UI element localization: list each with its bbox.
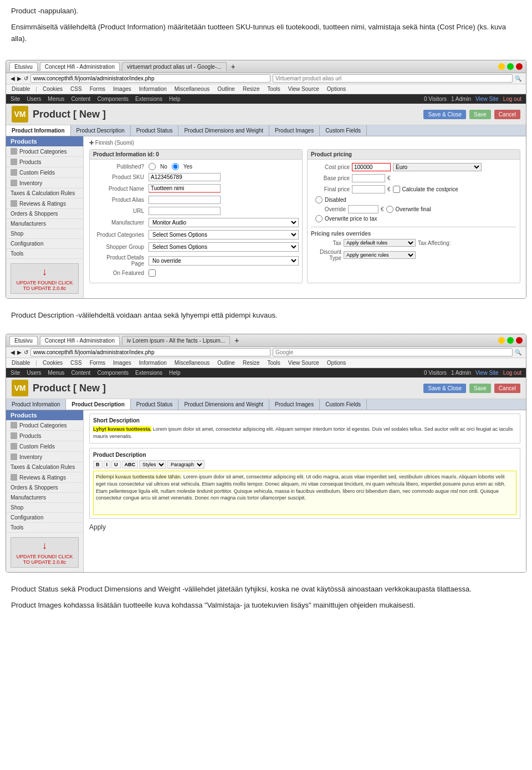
save-close-button-1[interactable]: Save & Close — [423, 110, 466, 119]
nav-menus-2[interactable]: Menus — [48, 370, 64, 376]
tab-product-status-2[interactable]: Product Status — [131, 399, 179, 410]
tab-product-dimensions-2[interactable]: Product Dimensions and Weight — [178, 399, 269, 410]
tab-custom-fields-1[interactable]: Custom Fields — [320, 125, 367, 136]
toolbar-css-2[interactable]: CSS — [68, 359, 84, 366]
nav-content-2[interactable]: Content — [71, 370, 90, 376]
maximize-button-2[interactable] — [507, 337, 514, 344]
browser-tab-admin[interactable]: Concept Hifi - Administration — [40, 62, 120, 71]
reload-button-2[interactable]: ↺ — [24, 349, 28, 355]
sidebar-item-manufacturers-1[interactable]: Manufacturers — [6, 219, 83, 229]
update-notice-1[interactable]: ↓ UPDATE FOUND! CLICK TO UPDATE 2.0.8c — [11, 263, 79, 294]
editor-italic[interactable]: I — [104, 461, 111, 468]
sidebar-item-manufacturers-2[interactable]: Manufacturers — [6, 493, 83, 503]
browser-tab-etusivu[interactable]: Etusivu — [9, 62, 38, 71]
toolbar-resize-2[interactable]: Resize — [241, 359, 262, 366]
tab-custom-fields-2[interactable]: Custom Fields — [320, 399, 367, 410]
sidebar-item-tools-2[interactable]: Tools — [6, 523, 83, 533]
editor-styles-select[interactable]: Styles — [139, 460, 166, 469]
toolbar-images-2[interactable]: Images — [111, 359, 134, 366]
editor-paragraph-select[interactable]: Paragraph — [167, 460, 204, 469]
alias-input[interactable] — [149, 196, 221, 204]
browser-tab-admin-2[interactable]: Concept Hifi - Administration — [40, 336, 120, 345]
close-button[interactable] — [516, 63, 523, 70]
sidebar-item-custom-fields-1[interactable]: Custom Fields — [6, 167, 83, 178]
toolbar-disable-2[interactable]: Disable — [9, 359, 32, 366]
nav-site-2[interactable]: Site — [11, 370, 20, 376]
sidebar-item-configuration-1[interactable]: Configuration — [6, 239, 83, 249]
nav-content[interactable]: Content — [71, 96, 90, 102]
nav-users[interactable]: Users — [27, 96, 41, 102]
back-button-2[interactable]: ◀ — [11, 349, 15, 355]
disabled-radio[interactable] — [315, 196, 323, 203]
tax-select[interactable]: Apply default rules — [344, 239, 416, 247]
cost-price-input[interactable] — [352, 163, 391, 171]
new-tab-button[interactable]: + — [231, 62, 236, 71]
editor-underline[interactable]: U — [111, 461, 121, 468]
address-bar-2[interactable] — [30, 348, 270, 356]
maximize-button[interactable] — [507, 63, 514, 70]
toolbar-cookies[interactable]: Cookies — [40, 85, 65, 93]
new-tab-button-2[interactable]: + — [234, 336, 239, 345]
toolbar-information[interactable]: Information — [137, 85, 169, 93]
toolbar-disable[interactable]: Disable — [9, 85, 32, 93]
sidebar-item-inventory-2[interactable]: Inventory — [6, 452, 83, 462]
sidebar-item-custom-fields-2[interactable]: Custom Fields — [6, 441, 83, 452]
tab-product-description-1[interactable]: Product Description — [71, 125, 131, 136]
sidebar-item-orders-shoppers-2[interactable]: Orders & Shoppers — [6, 483, 83, 493]
sidebar-item-shop-2[interactable]: Shop — [6, 503, 83, 513]
nav-components-2[interactable]: Components — [97, 370, 129, 376]
sidebar-item-product-categories-2[interactable]: Product Categories — [6, 420, 83, 431]
view-site-link-2[interactable]: View Site — [475, 370, 499, 376]
apply-text[interactable]: Apply — [89, 523, 106, 531]
minimize-button[interactable] — [498, 63, 505, 70]
sidebar-item-inventory-1[interactable]: Inventory — [6, 178, 83, 188]
tab-product-dimensions-1[interactable]: Product Dimensions and Weight — [178, 125, 269, 136]
toolbar-tools[interactable]: Tools — [265, 85, 282, 93]
override-input[interactable] — [348, 205, 378, 213]
published-no-radio[interactable] — [149, 163, 156, 170]
save-close-button-2[interactable]: Save & Close — [423, 384, 466, 393]
sidebar-item-taxes-2[interactable]: Taxes & Calculation Rules — [6, 462, 83, 472]
tab-product-information-1[interactable]: Product Information — [6, 125, 71, 136]
update-notice-2[interactable]: ↓ UPDATE FOUND! CLICK TO UPDATE 2.0.8c — [11, 537, 79, 568]
base-price-input[interactable] — [352, 174, 385, 182]
nav-help-2[interactable]: Help — [169, 370, 181, 376]
cancel-button-2[interactable]: Cancel — [494, 384, 520, 393]
toolbar-images[interactable]: Images — [111, 85, 134, 93]
browser-tab-google[interactable]: virtuemart product alias url - Google-..… — [122, 62, 227, 71]
tab-product-images-2[interactable]: Product Images — [269, 399, 320, 410]
url-input[interactable] — [149, 207, 221, 215]
logout-link[interactable]: Log out — [503, 96, 521, 102]
sidebar-item-reviews-2[interactable]: Reviews & Ratings — [6, 472, 83, 483]
sidebar-item-taxes-1[interactable]: Taxes & Calculation Rules — [6, 188, 83, 198]
toolbar-viewsource-2[interactable]: View Source — [286, 359, 321, 366]
close-button-2[interactable] — [516, 337, 523, 344]
toolbar-information-2[interactable]: Information — [137, 359, 169, 366]
nav-extensions[interactable]: Extensions — [135, 96, 162, 102]
overwrite-final-radio[interactable] — [386, 206, 393, 213]
sidebar-item-products-2[interactable]: Products — [6, 431, 83, 441]
nav-users-2[interactable]: Users — [27, 370, 41, 376]
nav-help[interactable]: Help — [169, 96, 181, 102]
forward-button-2[interactable]: ▶ — [17, 349, 22, 355]
browser-tab-lorem-2[interactable]: iv Lorem ipsum - All the facts - Lipsum.… — [122, 336, 230, 345]
published-yes-radio[interactable] — [172, 163, 179, 170]
toolbar-cookies-2[interactable]: Cookies — [40, 359, 65, 366]
featured-checkbox[interactable] — [149, 269, 156, 277]
toolbar-options-2[interactable]: Options — [325, 359, 348, 366]
editor-bold[interactable]: B — [93, 461, 103, 468]
toolbar-options[interactable]: Options — [325, 85, 348, 93]
cost-price-currency-select[interactable]: Euro — [393, 163, 482, 171]
toolbar-outline-2[interactable]: Outline — [215, 359, 237, 366]
toolbar-miscellaneous-2[interactable]: Miscellaneous — [172, 359, 212, 366]
logout-link-2[interactable]: Log out — [503, 370, 521, 376]
tab-product-images-1[interactable]: Product Images — [269, 125, 320, 136]
categories-select[interactable]: Select Somes Options — [149, 230, 299, 239]
minimize-button-2[interactable] — [498, 337, 505, 344]
name-input[interactable] — [149, 184, 221, 193]
sidebar-item-product-categories-1[interactable]: Product Categories — [6, 146, 83, 157]
sku-input[interactable] — [149, 173, 221, 181]
toolbar-resize[interactable]: Resize — [241, 85, 262, 93]
nav-site[interactable]: Site — [11, 96, 20, 102]
toolbar-forms-2[interactable]: Forms — [88, 359, 108, 366]
